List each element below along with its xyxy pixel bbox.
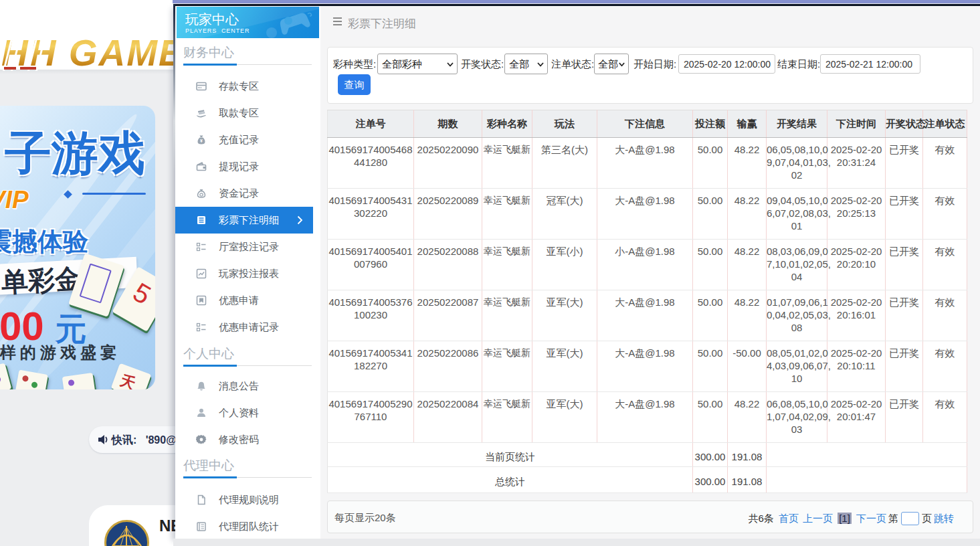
svg-text:¥: ¥ — [200, 139, 203, 143]
